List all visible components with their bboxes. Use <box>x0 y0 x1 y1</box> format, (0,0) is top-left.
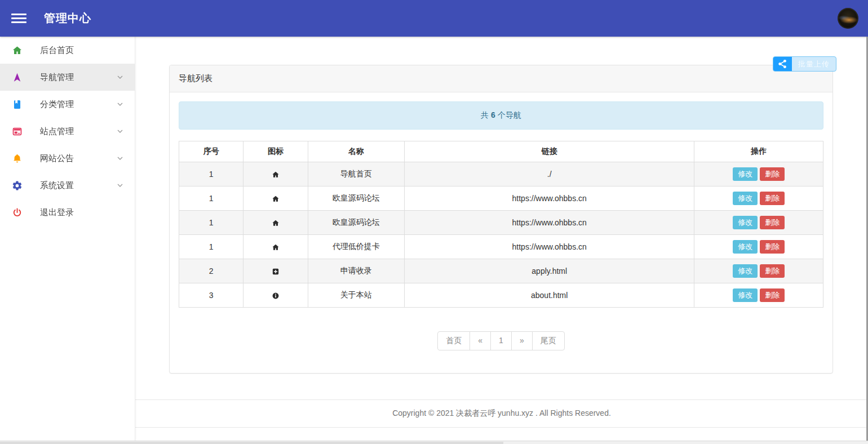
app-title: 管理中心 <box>44 11 91 26</box>
nav-count-alert: 共6个导航 <box>179 101 823 130</box>
table-row: 1代理低价提卡https://www.ohbbs.cn修改删除 <box>179 235 823 259</box>
bell-icon <box>11 153 23 164</box>
share-nodes-icon <box>773 57 792 71</box>
edit-button[interactable]: 修改 <box>733 216 758 229</box>
horizontal-scrollbar[interactable] <box>0 441 868 444</box>
window-icon <box>11 126 23 137</box>
sidebar-nav: 后台首页导航管理分类管理站点管理网站公告系统设置退出登录 <box>0 37 135 441</box>
sidebar-item-label: 后台首页 <box>40 45 125 56</box>
row-actions: 修改删除 <box>694 283 823 308</box>
pagination-next[interactable]: » <box>511 331 533 350</box>
row-link: https://www.ohbbs.cn <box>405 211 694 235</box>
column-header: 名称 <box>308 141 404 162</box>
chevron-down-icon <box>116 100 125 109</box>
sidebar-item-power[interactable]: 退出登录 <box>0 199 135 226</box>
column-header: 序号 <box>179 141 243 162</box>
sidebar-item-label: 网站公告 <box>40 153 116 164</box>
sidebar-item-label: 导航管理 <box>40 72 116 83</box>
row-actions: 修改删除 <box>694 187 823 211</box>
batch-upload-button[interactable]: 批量上传 <box>773 56 836 72</box>
sidebar-item-bell[interactable]: 网站公告 <box>0 145 135 172</box>
row-name: 代理低价提卡 <box>308 235 404 259</box>
top-app-bar: 管理中心 <box>0 0 868 37</box>
delete-button[interactable]: 删除 <box>760 167 785 181</box>
edit-button[interactable]: 修改 <box>733 240 758 254</box>
delete-button[interactable]: 删除 <box>760 240 785 254</box>
hamburger-menu-icon[interactable] <box>11 11 26 25</box>
nav-count-prefix: 共 <box>481 110 489 119</box>
home-icon <box>11 45 23 56</box>
main-content: 批量上传 导航列表 共6个导航 序号图标名称链接操作 1导航首页./修改删除1欧… <box>135 0 868 428</box>
book-icon <box>11 99 23 110</box>
row-index: 3 <box>179 283 243 308</box>
table-header-row: 序号图标名称链接操作 <box>179 141 823 162</box>
row-link: apply.html <box>405 259 694 283</box>
column-header: 操作 <box>694 141 823 162</box>
column-header: 图标 <box>243 141 308 162</box>
delete-button[interactable]: 删除 <box>760 216 785 229</box>
table-row: 1欧皇源码论坛https://www.ohbbs.cn修改删除 <box>179 187 823 211</box>
nav-count-value: 6 <box>491 110 495 119</box>
footer: Copyright © 2021 决裁者云呼 yunhu.xyz . All R… <box>135 399 868 428</box>
panel-title: 导航列表 <box>170 65 832 92</box>
sidebar-item-home[interactable]: 后台首页 <box>0 37 135 64</box>
table-row: 1欧皇源码论坛https://www.ohbbs.cn修改删除 <box>179 211 823 235</box>
column-header: 链接 <box>405 141 694 162</box>
sidebar-item-label: 站点管理 <box>40 126 116 137</box>
row-link: about.html <box>405 283 694 308</box>
row-name: 欧皇源码论坛 <box>308 211 404 235</box>
user-avatar[interactable] <box>838 8 858 29</box>
chevron-down-icon <box>116 127 125 136</box>
copyright-text: Copyright © 2021 决裁者云呼 yunhu.xyz . All R… <box>392 409 611 418</box>
pagination: 首页«1»尾页 <box>179 331 823 350</box>
home-icon <box>243 235 308 259</box>
sidebar-item-label: 退出登录 <box>40 207 125 218</box>
row-name: 导航首页 <box>308 162 404 187</box>
delete-button[interactable]: 删除 <box>760 192 785 205</box>
pagination-last[interactable]: 尾页 <box>532 331 565 350</box>
table-row: 3关于本站about.html修改删除 <box>179 283 823 308</box>
sidebar-item-label: 分类管理 <box>40 99 116 110</box>
row-name: 申请收录 <box>308 259 404 283</box>
home-icon <box>243 187 308 211</box>
chevron-down-icon <box>116 181 125 190</box>
navigation-icon <box>11 72 23 83</box>
row-link: ./ <box>405 162 694 187</box>
chevron-down-icon <box>116 73 125 82</box>
home-icon <box>243 162 308 187</box>
table-row: 1导航首页./修改删除 <box>179 162 823 187</box>
pagination-first[interactable]: 首页 <box>437 331 470 350</box>
home-icon <box>243 211 308 235</box>
horizontal-scrollbar-thumb[interactable] <box>0 442 503 444</box>
plus-square-icon <box>243 259 308 283</box>
row-index: 2 <box>179 259 243 283</box>
sidebar-item-book[interactable]: 分类管理 <box>0 91 135 118</box>
delete-button[interactable]: 删除 <box>760 288 785 302</box>
nav-count-suffix: 个导航 <box>498 110 521 119</box>
power-icon <box>11 207 23 218</box>
edit-button[interactable]: 修改 <box>733 264 758 278</box>
row-link: https://www.ohbbs.cn <box>405 187 694 211</box>
row-actions: 修改删除 <box>694 235 823 259</box>
edit-button[interactable]: 修改 <box>733 167 758 181</box>
nav-list-panel: 导航列表 共6个导航 序号图标名称链接操作 1导航首页./修改删除1欧皇源码论坛… <box>169 65 833 374</box>
chevron-down-icon <box>116 154 125 163</box>
table-row: 2申请收录apply.html修改删除 <box>179 259 823 283</box>
pagination-page-1[interactable]: 1 <box>490 331 512 350</box>
sidebar-item-window[interactable]: 站点管理 <box>0 118 135 145</box>
row-index: 1 <box>179 235 243 259</box>
row-name: 关于本站 <box>308 283 404 308</box>
edit-button[interactable]: 修改 <box>733 192 758 205</box>
row-actions: 修改删除 <box>694 211 823 235</box>
sidebar-item-gear[interactable]: 系统设置 <box>0 172 135 199</box>
pagination-prev[interactable]: « <box>470 331 491 350</box>
row-actions: 修改删除 <box>694 259 823 283</box>
row-name: 欧皇源码论坛 <box>308 187 404 211</box>
batch-upload-label: 批量上传 <box>792 57 836 71</box>
row-index: 1 <box>179 162 243 187</box>
row-link: https://www.ohbbs.cn <box>405 235 694 259</box>
gear-icon <box>11 180 23 191</box>
delete-button[interactable]: 删除 <box>760 264 785 278</box>
sidebar-item-navigation[interactable]: 导航管理 <box>0 64 135 91</box>
edit-button[interactable]: 修改 <box>733 288 758 302</box>
